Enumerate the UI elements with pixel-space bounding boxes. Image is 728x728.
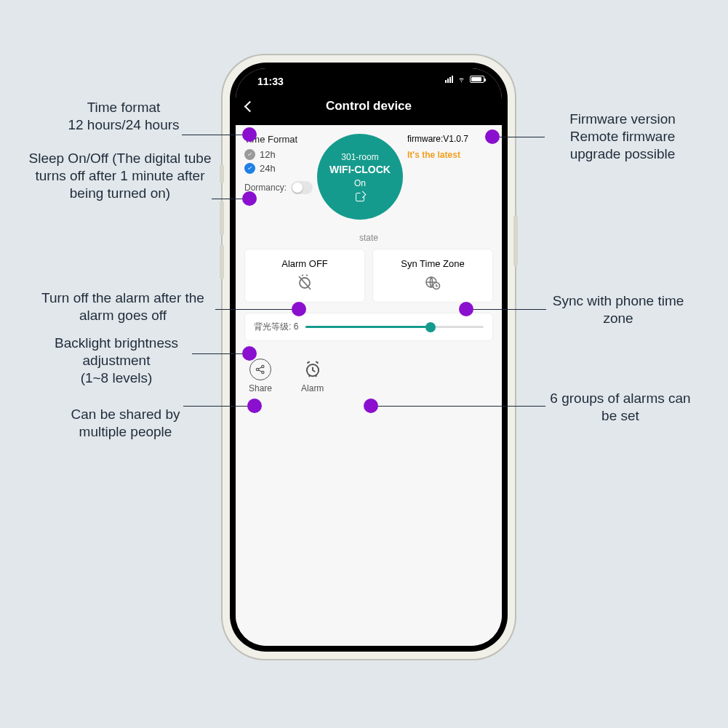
status-icons <box>445 76 484 83</box>
anno-sync-tz: Sync with phone time zone <box>545 292 691 327</box>
radio-12h-label: 12h <box>260 149 276 160</box>
share-icon <box>249 359 271 380</box>
battery-icon <box>470 76 484 83</box>
firmware-block: firmware:V1.0.7 It's the latest <box>407 134 484 160</box>
device-state: On <box>354 178 366 188</box>
state-section-label: state <box>244 233 493 243</box>
radio-24h[interactable]: 24h <box>244 163 313 174</box>
radio-checked-icon <box>244 163 255 174</box>
backlight-slider[interactable] <box>305 326 484 328</box>
sync-timezone-label: Syn Time Zone <box>377 258 488 269</box>
wifi-icon <box>457 76 466 83</box>
marker-share <box>247 399 262 413</box>
page-title: Control device <box>254 99 484 113</box>
status-time: 11:33 <box>257 76 284 87</box>
content-area: Time Format 12h 24h <box>236 125 502 646</box>
anno-sleep: Sleep On/Off (The digital tube turns off… <box>26 150 214 201</box>
anno-backlight: Backlight brightness adjustment (1~8 lev… <box>40 335 193 386</box>
marker-sync-tz <box>459 302 473 316</box>
alarm-off-card[interactable]: Alarm OFF <box>244 249 365 303</box>
phone-frame: 11:33 Control device Time Format <box>223 55 515 659</box>
share-label: Share <box>249 383 272 393</box>
alarm-off-label: Alarm OFF <box>249 258 360 269</box>
signal-icon <box>445 76 453 83</box>
slider-fill <box>305 326 430 328</box>
device-room: 301-room <box>341 152 378 162</box>
radio-12h[interactable]: 12h <box>244 149 313 160</box>
marker-firmware <box>485 129 500 144</box>
radio-unchecked-icon <box>244 149 255 160</box>
share-action[interactable]: Share <box>249 359 272 393</box>
dormancy-toggle[interactable] <box>291 181 313 194</box>
radio-24h-label: 24h <box>260 163 276 174</box>
alarm-action[interactable]: Alarm <box>301 359 324 393</box>
edit-icon <box>356 193 364 201</box>
mute-switch <box>220 164 224 183</box>
device-name: WIFI-CLOCK <box>329 164 391 175</box>
anno-share: Can be shared by multiple people <box>65 406 185 441</box>
alarm-off-icon <box>296 273 313 291</box>
marker-alarm-off <box>292 302 306 316</box>
marker-dormancy <box>242 191 257 206</box>
sync-timezone-card[interactable]: Syn Time Zone <box>372 249 493 303</box>
anno-time-format: Time format 12 hours/24 hours <box>58 99 189 134</box>
power-button <box>513 215 518 266</box>
slider-thumb <box>425 322 436 332</box>
firmware-version: firmware:V1.0.7 <box>407 134 484 144</box>
marker-backlight <box>242 346 257 361</box>
firmware-status: It's the latest <box>407 150 484 160</box>
globe-clock-icon <box>424 273 441 291</box>
svg-line-8 <box>258 370 262 372</box>
backlight-label: 背光等级: 6 <box>254 321 298 333</box>
marker-alarm <box>364 399 378 413</box>
alarm-clock-icon <box>302 359 324 380</box>
anno-alarm-off: Turn off the alarm after the alarm goes … <box>29 289 217 324</box>
phone-notch <box>311 68 427 86</box>
backlight-row: 背光等级: 6 <box>244 313 493 341</box>
anno-firmware: Firmware version Remote firmware upgrade… <box>544 111 701 162</box>
volume-up-button <box>220 201 224 236</box>
alarm-label: Alarm <box>301 383 324 393</box>
marker-time-format <box>242 127 257 142</box>
phone-bezel: 11:33 Control device Time Format <box>230 63 508 652</box>
time-format-block: Time Format 12h 24h <box>244 134 313 194</box>
svg-line-7 <box>258 367 262 369</box>
phone-screen: 11:33 Control device Time Format <box>236 68 502 646</box>
volume-down-button <box>220 244 224 279</box>
anno-alarms: 6 groups of alarms can be set <box>544 390 697 425</box>
device-card[interactable]: 301-room WIFI-CLOCK On <box>317 134 403 220</box>
